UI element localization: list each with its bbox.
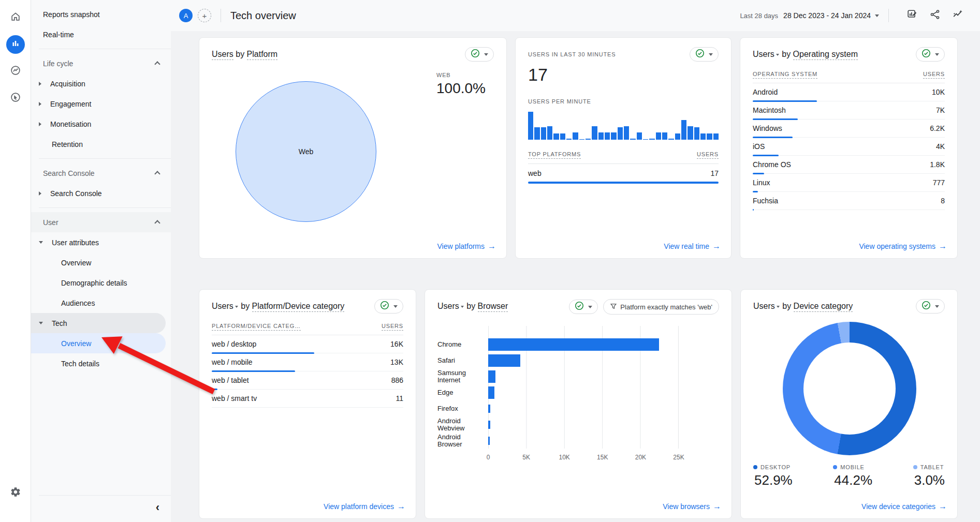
browser-x-axis: 0 5K 10K 15K 20K 25K	[488, 453, 679, 463]
nav-demographic-details[interactable]: Demographic details	[31, 273, 171, 293]
bar-label: Safari	[437, 352, 488, 368]
table-row[interactable]: Chrome OS1.8K	[753, 156, 945, 174]
collapse-nav-button[interactable]: ‹	[156, 502, 159, 513]
users-per-minute-bar	[541, 127, 546, 140]
customize-report-button[interactable]	[903, 7, 921, 24]
nav-section-user[interactable]: User	[31, 212, 171, 232]
view-real-time-link[interactable]: View real time →	[664, 242, 721, 251]
home-button[interactable]	[5, 7, 26, 28]
dimension-label[interactable]: Platform/Device category	[252, 302, 345, 312]
platform-device-column-header[interactable]: PLATFORM/DEVICE CATEG…	[212, 323, 301, 331]
insights-button[interactable]	[949, 7, 967, 24]
browser-bar-firefox[interactable]	[488, 405, 490, 413]
explore-button[interactable]	[5, 61, 26, 82]
divider	[888, 9, 889, 22]
date-range-picker[interactable]: 28 Dec 2023 - 24 Jan 2024	[783, 11, 879, 20]
browser-bar-chrome[interactable]	[488, 338, 659, 351]
nav-user-attributes-overview[interactable]: Overview	[31, 252, 171, 273]
sampling-status-button[interactable]	[916, 299, 945, 314]
view-platforms-link[interactable]: View platforms →	[437, 242, 496, 251]
nav-label: Real-time	[31, 31, 74, 39]
platform-filter-chip[interactable]: Platform exactly matches 'web'	[603, 299, 719, 315]
legend-value: 3.0%	[913, 472, 945, 488]
nav-section-search-console[interactable]: Search Console	[31, 163, 171, 183]
link-label: View platforms	[437, 242, 485, 250]
dimension-label[interactable]: Device category	[794, 302, 853, 312]
table-row[interactable]: web / desktop16K	[212, 335, 403, 353]
users-per-minute-chart[interactable]	[528, 112, 719, 140]
metric-label[interactable]: Users	[437, 302, 459, 310]
table-row[interactable]: web / mobile13K	[212, 353, 403, 371]
sampling-status-button[interactable]	[569, 300, 598, 314]
sampling-status-button[interactable]	[465, 47, 494, 62]
metric-label[interactable]: Users	[212, 50, 233, 60]
nav-tech-details[interactable]: Tech details	[31, 353, 171, 374]
top-platforms-column-header[interactable]: TOP PLATFORMS	[528, 151, 581, 159]
sampling-status-button[interactable]	[916, 47, 945, 62]
card-title: Users by Device category	[753, 299, 853, 314]
nav-user-attributes[interactable]: User attributes	[31, 232, 171, 252]
users-per-minute-bar	[586, 139, 591, 140]
card-users-by-device-category: Users by Device category DESKTOP	[740, 289, 958, 519]
nav-section-life-cycle[interactable]: Life cycle	[31, 53, 171, 73]
share-report-button[interactable]	[926, 7, 944, 24]
view-operating-systems-link[interactable]: View operating systems →	[859, 242, 947, 251]
users-column-header[interactable]: USERS	[697, 151, 719, 159]
dimension-label[interactable]: Platform	[247, 50, 278, 60]
users-per-minute-bar	[605, 132, 610, 140]
nav-acquisition[interactable]: Acquisition	[31, 73, 171, 94]
nav-tech[interactable]: Tech	[31, 313, 166, 333]
device-category-donut-chart[interactable]	[783, 322, 916, 455]
nav-retention[interactable]: Retention	[31, 134, 171, 154]
sampling-status-button[interactable]	[690, 47, 719, 62]
table-row[interactable]: web / tablet886	[212, 371, 403, 390]
browser-bar-android-webview[interactable]	[488, 421, 490, 429]
browser-bar-safari[interactable]	[488, 354, 520, 367]
dimension-label[interactable]: Operating system	[793, 50, 858, 60]
table-row[interactable]: Android10K	[753, 83, 945, 101]
table-row[interactable]: Macintosh7K	[753, 101, 945, 120]
nav-engagement[interactable]: Engagement	[31, 94, 171, 114]
browser-bar-edge[interactable]	[488, 386, 494, 399]
browser-bar-android-browser[interactable]	[488, 437, 490, 445]
admin-settings-button[interactable]	[5, 483, 26, 503]
users-per-minute-bar	[681, 120, 686, 140]
users-per-minute-bar	[700, 133, 706, 140]
table-row[interactable]: Fuchsia8	[753, 192, 945, 210]
browser-plot-area	[488, 326, 679, 449]
table-row[interactable]: web / smart tv11	[212, 390, 403, 408]
table-row[interactable]: iOS4K	[753, 138, 945, 156]
add-comparison-button[interactable]: +	[198, 9, 211, 22]
platform-pie-chart[interactable]: Web	[236, 81, 376, 222]
sampling-status-button[interactable]	[374, 299, 403, 314]
link-label: View operating systems	[859, 242, 935, 250]
advertising-button[interactable]	[5, 88, 26, 109]
os-column-header[interactable]: OPERATING SYSTEM	[753, 71, 817, 79]
view-device-categories-link[interactable]: View device categories →	[861, 502, 947, 511]
nav-real-time[interactable]: Real-time	[31, 24, 171, 44]
view-browsers-link[interactable]: View browsers →	[663, 502, 721, 511]
metric-label[interactable]: Users	[753, 50, 774, 58]
nav-reports-snapshot[interactable]: Reports snapshot	[31, 4, 171, 24]
divider	[39, 158, 171, 159]
by-label: by	[466, 302, 475, 310]
chevron-down-icon	[776, 54, 779, 56]
nav-search-console[interactable]: Search Console	[31, 183, 171, 203]
reports-button[interactable]	[5, 34, 26, 55]
chevron-down-icon	[935, 305, 939, 308]
view-platform-devices-link[interactable]: View platform devices →	[324, 502, 405, 511]
table-row[interactable]: Linux777	[753, 174, 945, 192]
chevron-down-icon	[935, 53, 939, 56]
users-column-header[interactable]: USERS	[923, 71, 945, 79]
dimension-label[interactable]: Browser	[478, 302, 508, 312]
metric-label[interactable]: Users	[212, 302, 233, 310]
table-row[interactable]: web 17	[528, 164, 719, 183]
metric-label[interactable]: Users	[753, 302, 775, 310]
nav-tech-overview-selected[interactable]: Overview	[31, 333, 166, 353]
nav-audiences[interactable]: Audiences	[31, 293, 171, 313]
browser-bar-samsung-internet[interactable]	[488, 370, 495, 383]
nav-monetisation[interactable]: Monetisation	[31, 114, 171, 134]
table-row[interactable]: Windows6.2K	[753, 120, 945, 138]
users-column-header[interactable]: USERS	[382, 323, 403, 331]
comparison-avatar[interactable]: A	[179, 9, 193, 22]
